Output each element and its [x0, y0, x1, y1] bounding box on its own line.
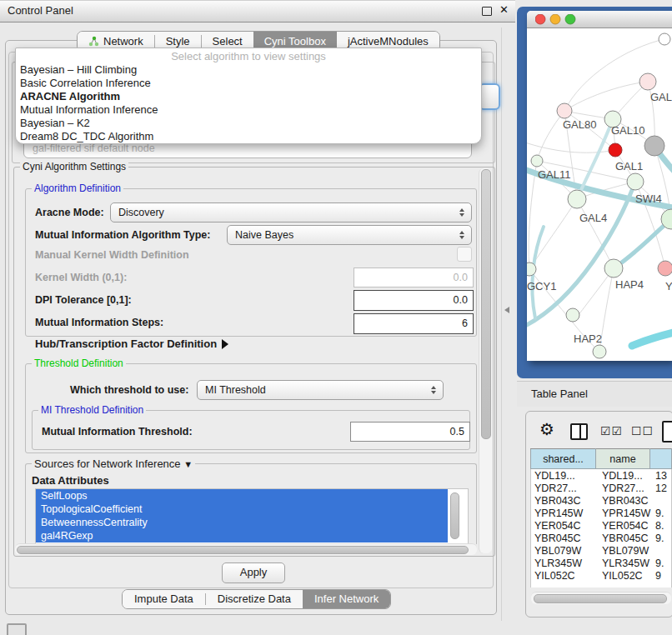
data-attributes-list[interactable]: SelfLoops TopologicalCoefficient Between… [35, 488, 469, 545]
network-graph: GAL GAL80 GAL10 GAL11 GAL1 SWI4 GAL4 GCY… [527, 28, 672, 361]
splitter-handle-icon[interactable] [504, 307, 509, 313]
mi-threshold-field[interactable]: 0.5 [350, 422, 470, 442]
minimize-window-icon[interactable] [550, 14, 560, 24]
list-scrollbar-track[interactable] [449, 491, 459, 541]
table-hscrollbar-thumb[interactable] [534, 594, 667, 603]
settings-hscrollbar-thumb[interactable] [17, 546, 469, 554]
node-gal4[interactable] [568, 190, 586, 208]
gear-icon[interactable]: ⚙ [539, 419, 554, 439]
algorithm-dropdown-popup: Select algorithm to view settings Bayesi… [15, 48, 482, 144]
network-canvas[interactable]: GAL GAL80 GAL10 GAL11 GAL1 SWI4 GAL4 GCY… [527, 28, 672, 361]
settings-vscrollbar-track[interactable] [479, 168, 492, 553]
spinner-icon [431, 386, 437, 394]
node-unlabeled[interactable] [593, 345, 606, 358]
mi-type-combo[interactable]: Naive Bayes [227, 225, 472, 245]
settings-vscrollbar-thumb[interactable] [481, 169, 491, 439]
hub-definition-toggle[interactable]: Hub/Transcription Factor Definition [35, 338, 228, 350]
sources-title: Sources for Network Inference [34, 458, 181, 470]
node-label: GCY1 [527, 280, 556, 292]
list-item-selected[interactable]: SelfLoops [36, 489, 448, 502]
kernel-width-field[interactable]: 0.0 [354, 268, 474, 288]
dpi-tolerance-field[interactable]: 0.0 [354, 290, 474, 311]
which-threshold-label: Which threshold to use: [70, 384, 188, 396]
manual-kernel-checkbox[interactable] [457, 247, 472, 262]
mi-steps-field[interactable]: 6 [354, 313, 474, 334]
table-row[interactable]: YDR27...YDR27...12 [531, 482, 672, 494]
which-threshold-combo[interactable]: MI Threshold [197, 380, 444, 400]
spinner-icon [459, 208, 465, 217]
list-item-selected[interactable]: TopologicalCoefficient [36, 502, 448, 516]
mi-type-label: Mutual Information Algorithm Type: [35, 229, 210, 241]
manual-kernel-label: Manual Kernel Width Definition [35, 249, 189, 261]
panel-divider [501, 28, 502, 621]
aracne-mode-label: Aracne Mode: [35, 207, 104, 218]
dropdown-item[interactable]: Dream8 DC_TDC Algorithm [16, 130, 481, 143]
node-hap4[interactable] [604, 259, 623, 278]
node-y-partial[interactable] [658, 261, 672, 276]
list-item-selected[interactable]: BetweennessCentrality [36, 516, 448, 529]
node-gal80[interactable] [557, 103, 572, 118]
table-row[interactable]: YBR043CYBR043C [531, 494, 672, 507]
table-row[interactable]: YLR345WYLR345W9. [531, 557, 672, 569]
node-label: GAL80 [563, 118, 596, 131]
dropdown-item-selected[interactable]: ARACNE Algorithm [16, 90, 481, 103]
combo-value: Naive Bayes [235, 229, 293, 241]
close-window-icon[interactable] [535, 14, 545, 24]
table-row[interactable]: YDL19...YDL19...13 [531, 469, 672, 482]
combo-value: MI Threshold [205, 384, 266, 396]
node-gcy1[interactable] [527, 262, 536, 276]
settings-hscrollbar-track[interactable] [15, 543, 477, 555]
bottom-tabs: Impute Data Discretize Data Infer Networ… [122, 589, 391, 609]
mi-steps-label: Mutual Information Steps: [35, 317, 163, 328]
table-row[interactable]: YBR045CYBR045C9. [531, 532, 672, 544]
control-panel-titlebar[interactable]: Control Panel ✕ [0, 0, 515, 22]
table-header-row: shared... name [531, 449, 672, 469]
table-panel-titlebar[interactable]: Table Panel [517, 381, 672, 407]
node-gray[interactable] [644, 136, 664, 156]
apply-button[interactable]: Apply [222, 562, 285, 583]
column-header-shared-name[interactable]: shared... [531, 449, 596, 469]
select-all-checkboxes-icon[interactable]: ☑☑ [600, 424, 623, 438]
spinner-icon [459, 231, 465, 239]
table-row[interactable]: YBL079WYBL079W [531, 544, 672, 557]
tab-impute-data[interactable]: Impute Data [123, 590, 205, 608]
node-red-selected[interactable] [609, 143, 622, 157]
close-icon[interactable]: ✕ [499, 3, 509, 16]
mi-threshold-group-title: MI Threshold Definition [38, 405, 146, 416]
table-row[interactable]: YPR145WYPR145W9. [531, 507, 672, 519]
column-header-name[interactable]: name [596, 449, 650, 469]
float-window-icon[interactable] [482, 7, 492, 16]
table-hscrollbar-track[interactable] [531, 592, 671, 604]
node-gal-partial[interactable] [639, 73, 656, 90]
columns-icon[interactable] [570, 423, 588, 440]
combo-value: Discovery [118, 207, 164, 218]
table-rows-viewport[interactable]: YDL19...YDL19...13 YDR27...YDR27...12 YB… [530, 469, 672, 588]
node-label: GAL10 [611, 124, 644, 137]
dropdown-item[interactable]: Bayesian – K2 [16, 117, 481, 130]
tab-infer-network[interactable]: Infer Network [303, 590, 390, 608]
collapse-arrow-down-icon: ▼ [183, 459, 193, 469]
dropdown-item[interactable]: Basic Correlation Inference [16, 77, 481, 90]
aracne-mode-combo[interactable]: Discovery [110, 202, 472, 222]
zoom-window-icon[interactable] [565, 14, 575, 24]
sources-toggle[interactable]: Sources for Network Inference ▼ [32, 458, 195, 470]
node-unlabeled[interactable] [659, 33, 670, 45]
table-row[interactable]: YIL052CYIL052C9 [531, 569, 672, 582]
table-row[interactable]: YER054CYER054C8. [531, 519, 672, 532]
node-label: GAL1 [615, 160, 643, 172]
deselect-all-checkboxes-icon[interactable]: ☐☐ [631, 424, 654, 438]
network-window-titlebar[interactable] [527, 11, 672, 28]
list-item-selected[interactable]: gal4RGexp [36, 529, 448, 542]
node-gal11[interactable] [531, 155, 543, 167]
document-icon[interactable] [662, 421, 672, 442]
node-gal1[interactable] [627, 173, 644, 190]
collapse-arrow-right-icon [222, 339, 228, 349]
column-header-clipped[interactable] [650, 449, 672, 469]
tab-discretize-data[interactable]: Discretize Data [206, 590, 303, 608]
node-table[interactable]: shared... name YDL19...YDL19...13 YDR27.… [530, 448, 672, 588]
dropdown-item[interactable]: Mutual Information Inference [16, 103, 481, 117]
dropdown-item[interactable]: Bayesian – Hill Climbing [16, 63, 481, 77]
node-hap2[interactable] [566, 308, 579, 322]
minimized-panel-icon[interactable] [7, 623, 27, 635]
list-scrollbar-thumb[interactable] [450, 492, 459, 539]
